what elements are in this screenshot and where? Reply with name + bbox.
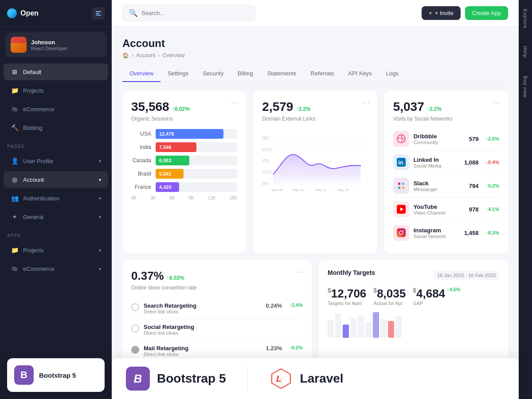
store-icon: 🛍 xyxy=(11,265,19,273)
bootstrap-promo-text: Bootstrap 5 xyxy=(157,372,226,386)
bootstrap-logo: B xyxy=(14,365,34,385)
instagram-icon xyxy=(393,225,409,241)
sidebar-item-label: Projects xyxy=(23,247,44,254)
breadcrumb-account[interactable]: Account xyxy=(136,52,155,59)
svg-rect-1 xyxy=(96,13,99,14)
mini-bar-chart xyxy=(328,311,499,338)
tab-security[interactable]: Security xyxy=(196,66,231,82)
card-more-btn[interactable]: ··· xyxy=(297,267,305,277)
bar-label: Canada xyxy=(131,157,151,164)
breadcrumb-overview: Overview xyxy=(162,52,184,59)
topbar-right: + + Invite Create App xyxy=(422,6,508,20)
organic-sessions-label: Organic Sessions xyxy=(131,116,237,122)
tab-referrals[interactable]: Referrals xyxy=(304,66,341,82)
targets-block: $ 12,706 Targets for April xyxy=(328,287,366,306)
sidebar-item-account[interactable]: ◎ Account ▾ xyxy=(4,171,108,188)
svg-rect-21 xyxy=(398,187,400,189)
sidebar-item-label: General xyxy=(23,214,43,220)
retarget-info-mail: Mail Retargeting Direct link clicks xyxy=(144,345,188,357)
svg-text:in: in xyxy=(398,159,403,166)
gap-change: ↑4.5% xyxy=(447,287,461,292)
sidebar-item-label: Authentication xyxy=(23,195,59,202)
svg-text:250: 250 xyxy=(262,136,268,140)
card-more-btn[interactable]: ··· xyxy=(362,98,370,107)
chevron-down-icon: ▾ xyxy=(99,159,101,164)
svg-rect-20 xyxy=(402,183,404,185)
bar-row-brasil: Brasil 5,041 xyxy=(131,169,237,179)
retarget-icon-mail xyxy=(131,346,139,354)
slack-info: Slack Messanger xyxy=(414,180,438,192)
page-header: Account 🏠 › Account › Overview xyxy=(122,37,508,59)
retarget-search: Search Retargeting Direct link clicks 0.… xyxy=(131,298,303,319)
main-content: 🔍 + + Invite Create App Account 🏠 › Acco… xyxy=(112,0,519,399)
card-social-networks: ··· 5,037 ↑2.2% Visits by Social Network… xyxy=(384,91,508,253)
laravel-promo-text: Laravel xyxy=(300,372,344,386)
retarget-info-search: Search Retargeting Direct link clicks xyxy=(144,302,196,314)
bar-track: 12,478 xyxy=(156,129,237,139)
svg-text:L: L xyxy=(276,374,282,383)
grid-icon: ⊞ xyxy=(11,68,19,76)
content-area: Account 🏠 › Account › Overview Overview … xyxy=(112,27,519,399)
sidebar-item-general[interactable]: ✦ General ▾ xyxy=(4,208,108,225)
card-more-btn[interactable]: ··· xyxy=(231,98,239,107)
card-organic-sessions: ··· 35,568 ↑8.02% Organic Sessions USA 1… xyxy=(122,91,246,253)
bootstrap-text: Bootstrap 5 xyxy=(39,372,76,379)
page-title: Account xyxy=(122,37,508,50)
sidebar-item-default[interactable]: ⊞ Default xyxy=(4,63,108,80)
bar-row-canada: Canada 6,083 xyxy=(131,156,237,165)
tabs: Overview Settings Security Billing State… xyxy=(122,66,508,82)
tab-billing[interactable]: Billing xyxy=(231,66,260,82)
svg-rect-25 xyxy=(397,228,406,237)
create-app-button[interactable]: Create App xyxy=(465,6,508,20)
dribbble-icon xyxy=(393,131,409,147)
sidebar-item-bidding[interactable]: 🔨 Bidding xyxy=(4,119,108,136)
tab-api-keys[interactable]: API Keys xyxy=(341,66,379,82)
sidebar-item-projects[interactable]: 📁 Projects xyxy=(4,82,108,99)
bar-track: 5,041 xyxy=(156,169,237,179)
domain-links-change: ↑2.2% xyxy=(296,106,310,112)
card-more-btn[interactable]: ··· xyxy=(493,98,501,107)
actual-block: $ 8,035 Actual for Apr xyxy=(373,287,406,306)
card-monthly-targets: Monthly Targets 18 Jan 2023 - 16 Feb 202… xyxy=(319,260,508,370)
svg-rect-19 xyxy=(398,183,400,185)
dribbble-info: Dribbble Community xyxy=(414,133,438,145)
search-input[interactable] xyxy=(141,10,249,16)
folder-icon: 📁 xyxy=(11,86,19,94)
home-icon: 🏠 xyxy=(122,52,129,59)
pages-section-label: PAGES xyxy=(0,137,112,152)
sidebar-item-ecommerce[interactable]: 🛍 eCommerce xyxy=(4,101,108,117)
social-visits-change: ↑2.2% xyxy=(427,106,442,112)
chevron-down-icon: ▾ xyxy=(99,196,101,201)
svg-point-27 xyxy=(403,230,404,231)
logo-icon xyxy=(7,8,17,18)
sidebar-item-authentication[interactable]: 👥 Authentication ▾ xyxy=(4,190,108,207)
line-chart-svg: 250 212.5 175 137.5 100 xyxy=(262,127,368,198)
social-list: Dribbble Community 579 ↑2.6% in Linked I… xyxy=(393,127,499,244)
sidebar-item-user-profile[interactable]: 👤 User Profile ▾ xyxy=(4,153,108,169)
monthly-title: Monthly Targets xyxy=(328,269,375,276)
gap-value: 4,684 xyxy=(416,287,445,301)
card-conversion: ··· 0.37% ↑8.02% Online store convertion… xyxy=(122,260,312,370)
help-panel[interactable]: Help xyxy=(523,37,528,67)
buy-now-panel[interactable]: Buy now xyxy=(523,67,528,106)
search-icon: 🔍 xyxy=(129,9,138,17)
tab-logs[interactable]: Logs xyxy=(379,66,406,82)
search-box[interactable]: 🔍 xyxy=(122,5,255,21)
plus-icon: + xyxy=(429,10,432,16)
account-icon: ◎ xyxy=(11,176,19,184)
svg-text:May 18: May 18 xyxy=(315,188,326,192)
topbar: 🔍 + + Invite Create App xyxy=(112,0,519,27)
svg-point-16 xyxy=(397,135,405,143)
bar-fill: 12,478 xyxy=(156,129,223,139)
explore-panel[interactable]: Explore xyxy=(523,0,528,37)
tab-settings[interactable]: Settings xyxy=(160,66,196,82)
conversion-rate-label: Online store convertion rate xyxy=(131,285,303,291)
tab-overview[interactable]: Overview xyxy=(122,66,160,82)
tab-statements[interactable]: Statements xyxy=(260,66,304,82)
svg-text:137.5: 137.5 xyxy=(262,170,272,174)
person-icon: 👤 xyxy=(11,157,19,165)
sidebar-item-app-projects[interactable]: 📁 Projects ▾ xyxy=(4,242,108,258)
sidebar-item-app-ecommerce[interactable]: 🛍 eCommerce ▾ xyxy=(4,260,108,277)
sidebar-icon-button[interactable] xyxy=(92,7,105,20)
invite-button[interactable]: + + Invite xyxy=(422,6,461,20)
